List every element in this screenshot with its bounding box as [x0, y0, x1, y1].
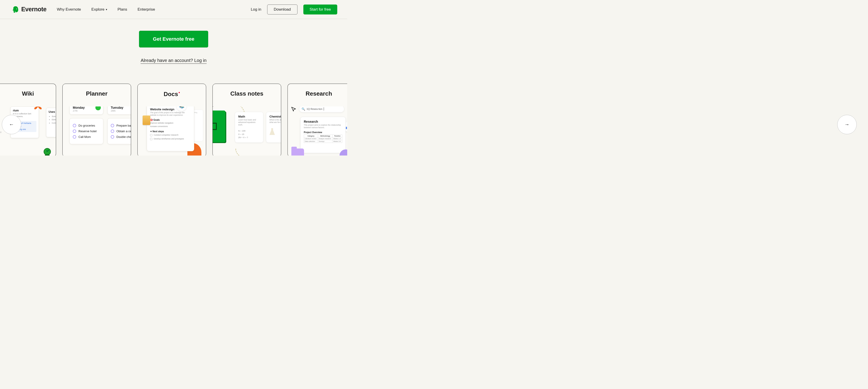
dashed-arc-decoration — [235, 149, 262, 156]
award-ribbon-icon — [42, 148, 53, 156]
table-cell: Weeks 1-2 — [333, 137, 342, 140]
eq-line: N = 100 — [238, 129, 260, 132]
docs-next-text: Develop wireframes and prototypes — [154, 138, 184, 140]
sticky-note-icon — [143, 116, 150, 125]
planner-day-tuesday: Tuesday 28th — [107, 106, 131, 115]
todo-item: Obtain a ce — [111, 130, 131, 133]
template-card-class-notes[interactable]: Class notes Math Learn how basic and adv… — [213, 84, 281, 156]
todo-label: Call Mom — [79, 135, 91, 138]
table-row: Data collection Surveys Weeks 3-5 — [304, 140, 342, 143]
nav-explore-label: Explore — [91, 7, 104, 12]
nav-why-evernote[interactable]: Why Evernote — [57, 7, 81, 12]
nav-explore[interactable]: Explore ▾ — [91, 7, 107, 12]
card-title: Docs• — [138, 84, 206, 98]
research-overview-header: Project Overview — [304, 131, 342, 134]
radio-icon — [73, 124, 76, 127]
todo-label: Reserve hotel — [79, 130, 96, 133]
docs-goals-header: 🎯 Goals — [150, 119, 191, 121]
planner-todos-tuesday: Prepare bac Obtain a ce Double che — [107, 118, 131, 144]
card-preview: in the morning. Website redesign The goa… — [138, 106, 206, 156]
search-text: 1Q Resea tion — [307, 107, 322, 110]
table-header: Methodology — [318, 135, 332, 137]
brand-logo[interactable]: Evernote — [12, 6, 46, 13]
table-cell: Weeks 3-5 — [333, 140, 342, 143]
subject-desc: What is the atom what are his main — [270, 119, 281, 124]
todo-label: Obtain a ce — [116, 130, 131, 133]
todo-label: Prepare bac — [116, 124, 131, 127]
planner-day-name: Tuesday — [111, 106, 131, 109]
cursor-icon — [291, 106, 297, 112]
checkbox-icon — [150, 134, 152, 136]
todo-label: Do groceries — [79, 124, 95, 127]
template-card-planner[interactable]: Planner Monday 27th Tuesday 28th Do groc… — [62, 84, 131, 156]
card-title: Planner — [63, 84, 131, 97]
table-cell: Surveys — [318, 140, 332, 143]
docs-next-item: Develop wireframes and prototypes — [150, 138, 191, 140]
arrow-left-icon: ← — [9, 122, 14, 128]
get-evernote-free-button[interactable]: Get Evernote free — [139, 31, 208, 47]
checkbox-icon — [150, 138, 152, 140]
download-button[interactable]: Download — [267, 4, 298, 14]
login-link[interactable]: Log in — [251, 7, 261, 12]
card-preview: Math Learn how basic and advanced equati… — [213, 106, 281, 156]
elephant-icon — [12, 6, 20, 13]
docs-goal-line: ncrease conversions — [150, 125, 191, 128]
table-cell: Literature review — [304, 137, 318, 140]
already-account-login-link[interactable]: Already have an account? Log in — [141, 58, 206, 64]
folder-icon — [291, 149, 304, 156]
table-cell: Data collection — [304, 140, 318, 143]
planner-todos-monday: Do groceries Reserve hotel Call Mom — [69, 118, 103, 144]
docs-next-item: Conduct competitor research — [150, 134, 191, 136]
card-preview: Monday 27th Tuesday 28th Do groceries Re… — [63, 106, 131, 156]
template-card-docs[interactable]: Docs• in the morning. Website redesign T… — [137, 84, 206, 156]
primary-nav: Why Evernote Explore ▾ Plans Enterprise — [57, 7, 155, 12]
docs-note-desc: The goal of this project is to redesign … — [150, 111, 191, 117]
radio-icon — [73, 130, 76, 133]
todo-item: Do groceries — [73, 124, 100, 127]
class-card-chemistry: Chemistry What is the atom what are his … — [266, 112, 281, 142]
eq-line: 2N + X = ? — [238, 136, 260, 139]
research-note-desc: This project aims to explore the relatio… — [304, 124, 342, 129]
main-content: Get Evernote free Already have an accoun… — [0, 19, 347, 64]
card-preview: 🔍 1Q Resea tion Research This project ai… — [288, 106, 347, 156]
wiki-note2-item: Scient — [52, 115, 56, 118]
site-header: Evernote Why Evernote Explore ▾ Plans En… — [0, 0, 347, 19]
template-card-research[interactable]: Research 🔍 1Q Resea tion Research This p… — [287, 84, 347, 156]
wiki-note2-item: Conse — [52, 121, 56, 125]
table-row: Literature review Analyze research Weeks… — [304, 137, 342, 140]
docs-preview-note: Website redesign The goal of this projec… — [147, 106, 194, 151]
start-free-button[interactable]: Start for free — [303, 4, 337, 14]
nav-enterprise[interactable]: Enterprise — [137, 7, 155, 12]
carousel-prev-button[interactable]: ← — [2, 115, 21, 134]
brand-name: Evernote — [21, 6, 46, 13]
radio-icon — [111, 130, 114, 133]
card-title: Research — [288, 84, 347, 97]
live-dot-icon: • — [179, 90, 180, 95]
research-preview-note: Research This project aims to explore th… — [301, 117, 346, 153]
card-title-text: Docs — [164, 91, 178, 97]
search-icon: 🔍 — [302, 107, 305, 111]
math-equations: N = 100 X = 15 2N + X = ? — [238, 129, 260, 139]
subject-desc: Learn how basic and advanced equations w… — [238, 119, 260, 126]
template-carousel[interactable]: Wiki go rium m is a collection lant spec… — [0, 84, 347, 156]
docs-next-header: ✦ Next steps — [150, 130, 191, 133]
todo-item: Prepare bac — [111, 124, 131, 127]
green-badge-icon — [95, 106, 101, 110]
wiki-note2-item: Educa — [52, 118, 56, 121]
docs-next-text: Conduct competitor research — [154, 134, 178, 136]
class-card-math: Math Learn how basic and advanced equati… — [235, 112, 264, 142]
nav-plans[interactable]: Plans — [118, 7, 127, 12]
wiki-stamp-text: go — [0, 131, 2, 133]
planner-day-date: 28th — [111, 109, 131, 112]
radio-icon — [111, 124, 114, 127]
planner-day-monday: Monday 27th — [69, 106, 103, 115]
todo-item: Reserve hotel — [73, 130, 100, 133]
table-header: Category — [304, 135, 318, 137]
todo-label: Double che — [116, 135, 131, 138]
table-header: Timeline — [333, 135, 342, 137]
eq-line: X = 15 — [238, 133, 260, 136]
card-title: Wiki — [0, 84, 56, 97]
subject-title: Math — [238, 115, 260, 118]
research-note-title: Research — [304, 120, 342, 123]
card-title: Class notes — [213, 84, 281, 97]
